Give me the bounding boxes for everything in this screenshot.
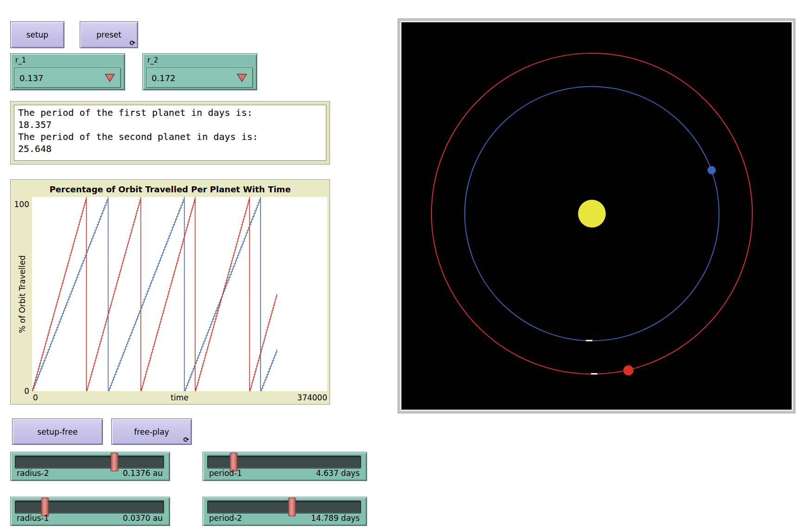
forever-icon: ⟳ [129, 40, 135, 47]
dropdown-arrow-icon[interactable] [237, 74, 247, 82]
chooser-r2-value: 0.172 [152, 73, 176, 83]
plot-title: Percentage of Orbit Travelled Per Planet… [11, 184, 330, 194]
dropdown-arrow-icon[interactable] [105, 74, 115, 82]
setup-button[interactable]: setup [10, 21, 64, 48]
slider-label: radius-2 [17, 469, 49, 478]
output-widget: The period of the first planet in days i… [10, 101, 330, 165]
slider-period-1[interactable]: period-1 4.637 days [203, 452, 367, 481]
slider-value: 14.789 days [311, 513, 360, 523]
world-canvas [401, 22, 791, 409]
x-tick-max: 374000 [297, 393, 327, 402]
forever-icon: ⟳ [183, 437, 189, 443]
setup-free-button-label: setup-free [37, 427, 77, 437]
world-view [400, 21, 793, 411]
orbit-percentage-plot: Percentage of Orbit Travelled Per Planet… [10, 179, 330, 405]
slider-label: radius-1 [17, 513, 49, 523]
chooser-r2: r_2 0.172 [142, 53, 257, 90]
slider-label: period-2 [209, 513, 242, 523]
y-axis-label: % of Orbit Travelled [16, 197, 28, 391]
slider-period-2[interactable]: period-2 14.789 days [203, 497, 367, 526]
slider-track[interactable] [15, 500, 164, 513]
output-line: 25.648 [18, 143, 322, 155]
output-text-area[interactable]: The period of the first planet in days i… [14, 105, 326, 161]
world-view-frame [398, 19, 795, 413]
slider-track[interactable] [207, 500, 361, 513]
slider-radius-1[interactable]: radius-1 0.0370 au [10, 497, 170, 526]
output-line: The period of the second planet in days … [18, 131, 322, 143]
setup-free-button[interactable]: setup-free [12, 418, 103, 445]
slider-label: period-1 [209, 469, 242, 478]
chooser-r1: r_1 0.137 [10, 53, 125, 90]
slider-handle[interactable] [111, 453, 119, 471]
free-play-button-label: free-play [134, 427, 169, 437]
slider-track[interactable] [207, 456, 361, 469]
free-play-button[interactable]: free-play ⟳ [111, 418, 192, 445]
slider-value: 4.637 days [316, 469, 360, 478]
plot-area [32, 197, 327, 391]
chooser-r1-dropdown[interactable]: 0.137 [14, 68, 121, 88]
slider-value: 0.0370 au [123, 513, 163, 523]
slider-handle[interactable] [288, 498, 296, 516]
setup-button-label: setup [26, 30, 49, 39]
preset-button[interactable]: preset ⟳ [80, 21, 138, 48]
slider-track[interactable] [15, 456, 164, 469]
chooser-r2-dropdown[interactable]: 0.172 [146, 68, 253, 88]
x-axis-title: time [32, 393, 327, 402]
slider-value: 0.1376 au [123, 469, 163, 478]
output-line: 18.357 [18, 119, 322, 131]
plot-lines [32, 197, 327, 391]
slider-radius-2[interactable]: radius-2 0.1376 au [10, 452, 170, 481]
chooser-r1-label: r_1 [15, 56, 26, 64]
chooser-r1-value: 0.137 [19, 73, 44, 83]
chooser-r2-label: r_2 [147, 56, 158, 64]
preset-button-label: preset [96, 30, 121, 39]
output-line: The period of the first planet in days i… [18, 107, 322, 119]
